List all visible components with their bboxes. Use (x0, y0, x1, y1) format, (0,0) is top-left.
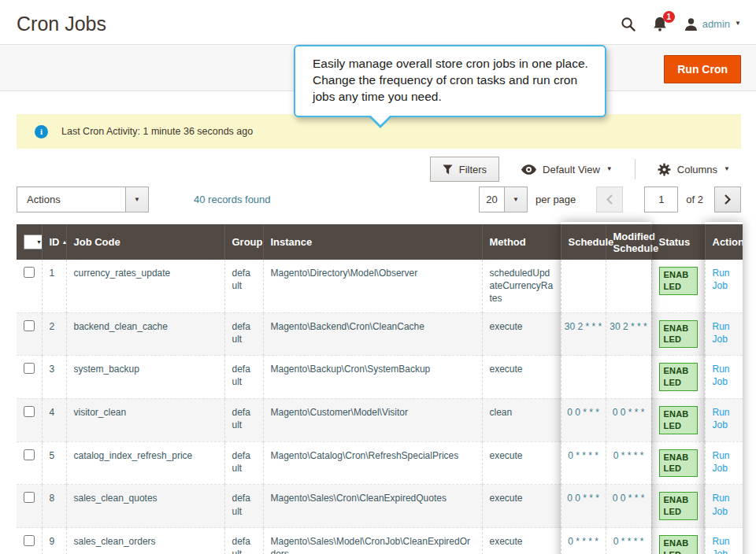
cell-schedule: 0 * * * * (561, 528, 606, 554)
table-row: 8 sales_clean_quotes default Magento\Sal… (17, 485, 743, 528)
chevron-down-icon: ▼ (134, 197, 140, 203)
feature-tooltip: Easily manage overall store cron jobs in… (294, 45, 606, 117)
row-checkbox[interactable] (24, 449, 35, 460)
admin-account-menu[interactable]: admin ▼ (684, 17, 741, 31)
grid-header: ▼ ID▲ Job Code Group Instance Method Sch… (17, 224, 743, 260)
run-cron-button[interactable]: Run Cron (664, 55, 741, 83)
table-row: 3 system_backup default Magento\Backup\C… (17, 356, 743, 399)
cell-instance: Magento\Sales\Cron\CleanExpiredQuotes (263, 485, 482, 528)
cell-modified-schedule: 0 * * * * (606, 441, 651, 485)
cell-job-code: system_backup (66, 356, 224, 399)
notification-count-badge: 1 (663, 11, 675, 23)
row-checkbox[interactable] (24, 363, 35, 374)
run-job-link[interactable]: Run Job (713, 320, 736, 345)
cell-modified-schedule: 30 2 * * * (606, 312, 651, 356)
cell-instance: Magento\Customer\Model\Visitor (263, 398, 482, 441)
cell-method: execute (482, 441, 561, 485)
chevron-down-icon: ▼ (735, 20, 741, 27)
sort-asc-icon: ▲ (62, 239, 68, 245)
cell-instance: Magento\Catalog\Cron\RefreshSpecialPrice… (263, 441, 482, 485)
cell-modified-schedule: 0 0 * * * (606, 485, 651, 528)
cell-id: 3 (42, 356, 66, 399)
column-header-schedule[interactable]: Schedule (561, 224, 606, 260)
row-checkbox[interactable] (24, 492, 35, 503)
row-checkbox[interactable] (24, 320, 35, 331)
cell-schedule: 0 * * * * (561, 441, 606, 485)
chevron-down-icon: ▼ (606, 166, 613, 172)
default-view-dropdown[interactable]: Default View ▼ (510, 164, 624, 175)
cell-id: 4 (42, 398, 66, 441)
actions-dropdown[interactable]: Actions ▼ (17, 187, 149, 212)
chevron-down-icon: ▼ (724, 166, 730, 172)
table-row: 4 visitor_clean default Magento\Customer… (17, 398, 743, 441)
per-page-dropdown[interactable]: 20 ▼ (479, 187, 528, 212)
cell-modified-schedule: 0 * * * * (606, 528, 651, 554)
run-job-link[interactable]: Run Job (713, 535, 736, 554)
cell-job-code: visitor_clean (66, 398, 224, 441)
filters-button[interactable]: Filters (430, 157, 499, 182)
table-row: 9 sales_clean_orders default Magento\Sal… (17, 528, 743, 554)
cell-method: scheduledUpdateCurrencyRates (482, 260, 561, 312)
status-badge: ENABLED (659, 449, 698, 478)
cell-instance: Magento\Backup\Cron\SystemBackup (263, 356, 482, 399)
cell-id: 8 (42, 485, 66, 528)
cell-job-code: sales_clean_orders (66, 528, 224, 554)
info-icon: i (35, 125, 48, 138)
per-page-label: per page (536, 194, 576, 205)
chevron-down-icon: ▼ (36, 239, 42, 245)
column-header-job-code[interactable]: Job Code (66, 224, 224, 260)
run-job-link[interactable]: Run Job (713, 449, 736, 475)
column-header-instance[interactable]: Instance (263, 224, 482, 260)
cell-schedule (561, 260, 606, 312)
cell-group: default (224, 260, 263, 312)
row-checkbox[interactable] (24, 406, 35, 417)
cell-id: 5 (42, 441, 66, 485)
cell-id: 9 (42, 528, 66, 554)
column-header-id[interactable]: ID▲ (42, 224, 66, 260)
cell-method: execute (482, 312, 561, 356)
select-all-header: ▼ (17, 224, 42, 260)
status-badge: ENABLED (659, 363, 698, 391)
records-found-count: 40 records found (194, 194, 271, 205)
search-icon[interactable] (621, 17, 636, 31)
previous-page-button (596, 187, 623, 212)
status-badge: ENABLED (659, 535, 698, 554)
header-actions: 1 admin ▼ (621, 17, 741, 31)
divider (635, 159, 636, 179)
run-job-link[interactable]: Run Job (713, 267, 736, 292)
page-header: Cron Jobs 1 admin ▼ (0, 0, 756, 44)
status-badge: ENABLED (659, 492, 698, 520)
filter-funnel-icon (443, 164, 453, 175)
row-checkbox[interactable] (24, 267, 35, 278)
run-job-link[interactable]: Run Job (713, 492, 736, 517)
user-avatar-icon (684, 17, 698, 31)
chevron-right-icon (724, 194, 731, 205)
status-badge: ENABLED (659, 406, 698, 434)
grid-pagination-controls: Actions ▼ 40 records found 20 ▼ per page… (17, 187, 741, 212)
current-page-input[interactable] (644, 187, 678, 212)
grid-view-controls: Filters Default View ▼ Columns ▼ (17, 156, 741, 183)
admin-username: admin (702, 18, 730, 30)
cell-method: execute (482, 485, 561, 528)
run-job-link[interactable]: Run Job (713, 363, 736, 388)
feature-tooltip-text: Easily manage overall store cron jobs in… (313, 56, 591, 105)
column-header-action[interactable]: Action (705, 224, 743, 260)
cell-method: execute (482, 528, 561, 554)
next-page-button[interactable] (714, 187, 741, 212)
notifications-bell-icon[interactable]: 1 (653, 17, 667, 31)
columns-dropdown[interactable]: Columns ▼ (647, 163, 741, 176)
row-checkbox[interactable] (24, 535, 35, 546)
status-badge: ENABLED (659, 320, 698, 349)
cell-method: clean (482, 398, 561, 441)
chevron-down-icon: ▼ (513, 197, 519, 203)
cell-group: default (224, 312, 263, 356)
run-job-link[interactable]: Run Job (713, 406, 736, 431)
grid-body: 1 currency_rates_update default Magento\… (17, 260, 743, 554)
column-header-status[interactable]: Status (651, 224, 705, 260)
last-cron-activity-text: Last Cron Activity: 1 minute 36 seconds … (61, 126, 253, 137)
column-header-method[interactable]: Method (482, 224, 561, 260)
cell-schedule (561, 356, 606, 399)
column-header-group[interactable]: Group (224, 224, 263, 260)
cell-job-code: catalog_index_refresh_price (66, 441, 224, 485)
cell-modified-schedule: 0 0 * * * (606, 398, 651, 441)
